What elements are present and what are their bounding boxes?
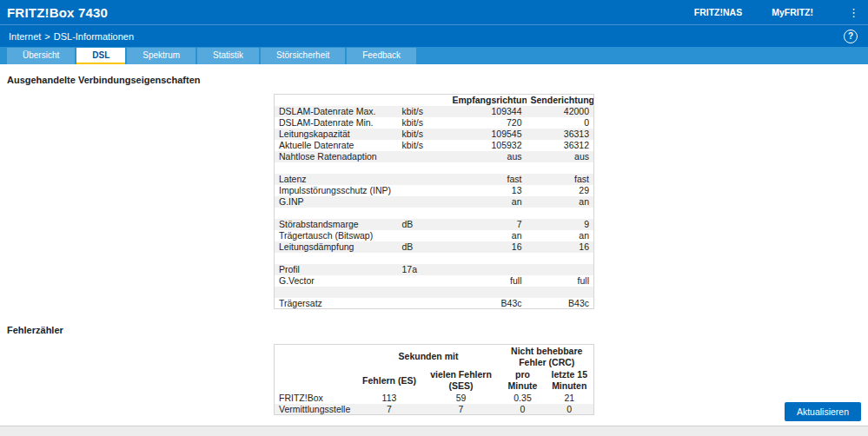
- table-cell: [527, 264, 594, 275]
- table-cell: kbit/s: [398, 129, 448, 140]
- column-header: pro Minute: [500, 368, 546, 392]
- table-cell: 109545: [448, 129, 527, 140]
- spacer-row: [275, 208, 594, 219]
- table-row: DSLAM-Datenrate Max.kbit/s10934442000: [275, 106, 594, 117]
- nav-fritznas[interactable]: FRITZ!NAS: [694, 7, 742, 17]
- table-cell: 17a: [398, 264, 448, 275]
- table-cell: 7: [356, 404, 421, 415]
- breadcrumb-page: DSL-Informationen: [54, 31, 134, 42]
- table-cell: Latenz: [275, 174, 398, 185]
- table-cell: kbit/s: [398, 117, 448, 129]
- table-cell: 16: [448, 241, 527, 253]
- tab-feedback[interactable]: Feedback: [347, 48, 416, 64]
- table-cell: [398, 287, 448, 298]
- table-row: Profil17a: [275, 264, 594, 275]
- table-cell: B43c: [527, 298, 594, 309]
- table-cell: 16: [527, 241, 594, 253]
- table-cell: DSLAM-Datenrate Min.: [275, 117, 398, 129]
- table-header-row: Fehlern (ES)vielen Fehlern (SES)pro Minu…: [274, 368, 593, 392]
- spacer-row: [275, 287, 594, 298]
- table-cell: [448, 162, 527, 174]
- table-cell: fast: [448, 174, 527, 185]
- table-cell: [398, 253, 448, 264]
- table-cell: 0.35: [500, 393, 546, 404]
- nav-myfritz[interactable]: MyFRITZ!: [772, 7, 813, 17]
- table-cell: 7: [421, 404, 500, 415]
- table-cell: 0: [500, 404, 546, 415]
- table-cell: [398, 162, 448, 174]
- connection-properties-table: EmpfangsrichtungSenderichtung DSLAM-Date…: [274, 94, 594, 309]
- table-cell: kbit/s: [398, 106, 448, 117]
- errors-section-title: Fehlerzähler: [7, 325, 861, 335]
- column-header: letzte 15 Minuten: [546, 368, 594, 392]
- table-row: TrägersatzB43cB43c: [275, 298, 594, 309]
- table-cell: [275, 287, 398, 298]
- column-group-header: [274, 345, 356, 369]
- table-row: LeitungsdämpfungdB1616: [275, 241, 594, 253]
- table-cell: 9: [527, 219, 594, 230]
- table-cell: aus: [527, 151, 594, 162]
- table-row: Nahtlose Ratenadaptionausaus: [275, 151, 594, 162]
- table-cell: aus: [448, 151, 527, 162]
- table-cell: [398, 174, 448, 185]
- table-cell: 0: [527, 117, 594, 129]
- column-header: vielen Fehlern (SES): [421, 368, 500, 392]
- error-counter-table: Sekunden mitNicht behebbare Fehler (CRC)…: [274, 344, 594, 415]
- tab-spektrum[interactable]: Spektrum: [127, 48, 195, 64]
- table-cell: G.Vector: [275, 275, 398, 287]
- spacer-row: [275, 253, 594, 264]
- table-cell: an: [527, 230, 594, 241]
- breadcrumb-section[interactable]: Internet: [9, 31, 41, 42]
- table-row: Vermittlungsstelle7700: [274, 404, 593, 415]
- tab-statistik[interactable]: Statistik: [197, 48, 259, 64]
- help-icon[interactable]: ?: [844, 30, 858, 43]
- table-cell: 7: [448, 219, 527, 230]
- table-cell: Aktuelle Datenrate: [275, 140, 398, 151]
- table-row: FRITZ!Box113590.3521: [274, 393, 593, 404]
- table-cell: [398, 230, 448, 241]
- tab-stoersicherheit[interactable]: Störsicherheit: [261, 48, 345, 64]
- table-row: Impulsstörungsschutz (INP)1329: [275, 185, 594, 196]
- fritzbox-page: FRITZ!Box 7430 FRITZ!NAS MyFRITZ! ⋮ Inte…: [0, 0, 868, 436]
- main-content: Ausgehandelte Verbindungseigenschaften E…: [0, 64, 868, 426]
- table-cell: 113: [356, 393, 421, 404]
- table-cell: Impulsstörungsschutz (INP): [275, 185, 398, 196]
- kebab-menu-icon[interactable]: ⋮: [843, 7, 859, 18]
- refresh-button[interactable]: Aktualisieren: [785, 402, 861, 421]
- table-cell: [398, 275, 448, 287]
- table-cell: [398, 208, 448, 219]
- table-cell: 21: [546, 393, 594, 404]
- table-cell: [448, 287, 527, 298]
- column-header: [274, 368, 356, 392]
- column-header: [398, 95, 448, 106]
- column-header: Fehlern (ES): [356, 368, 421, 392]
- table-header-row: EmpfangsrichtungSenderichtung: [275, 95, 594, 106]
- table-row: DSLAM-Datenrate Min.kbit/s7200: [275, 117, 594, 129]
- table-cell: full: [448, 275, 527, 287]
- table-row: Trägertausch (Bitswap)anan: [275, 230, 594, 241]
- table-cell: 105932: [448, 140, 527, 151]
- table-cell: 13: [448, 185, 527, 196]
- table-row: Leitungskapazitätkbit/s10954536313: [275, 129, 594, 140]
- table-cell: B43c: [448, 298, 527, 309]
- table-cell: Nahtlose Ratenadaption: [275, 151, 398, 162]
- table-cell: dB: [398, 219, 448, 230]
- table-cell: Störabstandsmarge: [275, 219, 398, 230]
- table-cell: fast: [527, 174, 594, 185]
- table-cell: 0: [546, 404, 594, 415]
- column-header: Senderichtung: [527, 95, 594, 106]
- table-cell: 42000: [527, 106, 594, 117]
- tab-uebersicht[interactable]: Übersicht: [7, 48, 75, 64]
- table-cell: 36313: [527, 129, 594, 140]
- table-cell: [448, 208, 527, 219]
- table-row: G.Vectorfullfull: [275, 275, 594, 287]
- table-cell: [448, 253, 527, 264]
- tab-dsl[interactable]: DSL: [76, 48, 125, 64]
- table-cell: kbit/s: [398, 140, 448, 151]
- table-cell: an: [527, 196, 594, 208]
- table-cell: DSLAM-Datenrate Max.: [275, 106, 398, 117]
- table-cell: [527, 287, 594, 298]
- table-cell: Trägertausch (Bitswap): [275, 230, 398, 241]
- table-cell: [398, 298, 448, 309]
- spacer-row: [275, 162, 594, 174]
